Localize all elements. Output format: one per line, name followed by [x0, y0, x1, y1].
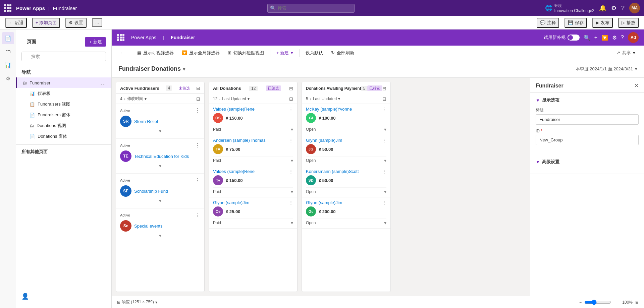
set-default-btn[interactable]: 设为默认 [302, 48, 326, 58]
col-view-icon-active[interactable]: ⊟ [196, 85, 200, 91]
awaiting-name-2[interactable]: Glynn (sample)Jim [306, 138, 342, 143]
awaiting-expand-4[interactable]: ▾ [384, 220, 386, 226]
search-app-icon[interactable]: 🔍 [584, 35, 590, 41]
comment-button[interactable]: 💬 注释 [537, 18, 559, 28]
card-expand-1[interactable]: ▾ [120, 127, 200, 135]
sort-label-active[interactable]: 4 ↓ 修改时间 ▾ [120, 96, 147, 102]
donation-more-4[interactable]: ⋮ [289, 200, 293, 205]
sidebar-search-input[interactable] [21, 52, 106, 61]
right-panel-close-btn[interactable]: ✕ [634, 82, 639, 89]
play-button[interactable]: ▷ 播放 [618, 18, 639, 28]
donation-expand-3[interactable]: ▾ [291, 189, 293, 194]
awaiting-expand-1[interactable]: ▾ [384, 127, 386, 132]
donation-more-1[interactable]: ⋮ [289, 107, 293, 112]
advanced-toggle-icon[interactable]: ▼ [536, 160, 540, 165]
awaiting-more-3[interactable]: ⋮ [382, 169, 386, 174]
back-button[interactable]: ← 后退 [5, 18, 27, 28]
apps-grid-icon[interactable] [4, 4, 11, 12]
show-visual-filter-btn[interactable]: ▦ 显示可视筛选器 [134, 48, 177, 58]
sidebar-item-donations-form[interactable]: 📄 Donations 窗体 [16, 131, 111, 142]
zoom-fit-icon[interactable]: ⊞ [635, 300, 639, 305]
card-more-3[interactable]: ⋮ [195, 177, 200, 183]
donation-name-4[interactable]: Glynn (sample)Jim [213, 200, 249, 205]
display-toggle-icon[interactable]: ▼ [536, 98, 540, 103]
card-link-scholarship[interactable]: Scholarship Fund [134, 189, 168, 194]
search-input[interactable] [267, 4, 355, 13]
donation-more-3[interactable]: ⋮ [289, 169, 293, 174]
card-expand-2[interactable]: ▾ [120, 162, 200, 170]
settings-icon[interactable]: ⚙ [611, 4, 616, 12]
help-icon[interactable]: ? [621, 5, 625, 12]
save-button[interactable]: 💾 保存 [565, 18, 587, 28]
back-nav-btn[interactable]: ← [117, 48, 128, 57]
title-field-input[interactable] [536, 114, 639, 125]
fundraiser-more-icon[interactable]: … [101, 80, 106, 86]
user-avatar[interactable]: MA [629, 3, 640, 13]
sidebar-item-dashboard[interactable]: 📊 仪表板 [16, 88, 111, 99]
awaiting-more-1[interactable]: ⋮ [382, 107, 386, 112]
publish-button[interactable]: ▶ 发布 [592, 18, 613, 28]
data-icon-btn[interactable]: 🗃 [2, 46, 14, 58]
col-layout-icon-awaiting[interactable]: ⊟ [382, 96, 386, 102]
new-record-btn[interactable]: + 新建 ▾ [273, 48, 297, 58]
card-more-4[interactable]: ⋮ [195, 212, 200, 218]
donation-name-2[interactable]: Andersen (sample)Thomas [213, 138, 266, 143]
card-link-storm[interactable]: Storm Relief [134, 119, 158, 124]
id-field-input[interactable] [536, 135, 639, 145]
donation-name-3[interactable]: Valdes (sample)Rene [213, 169, 255, 174]
more-button[interactable]: ... [92, 18, 102, 27]
awaiting-expand-2[interactable]: ▾ [384, 158, 386, 163]
trial-btn[interactable]: 试用新外规 [544, 35, 580, 41]
zoom-slider[interactable] [584, 300, 611, 305]
donation-more-2[interactable]: ⋮ [289, 138, 293, 143]
donation-expand-4[interactable]: ▾ [291, 220, 293, 226]
new-page-button[interactable]: + 新建 [85, 37, 106, 47]
settings-button[interactable]: ⚙ 设置 [65, 18, 87, 28]
awaiting-expand-3[interactable]: ▾ [384, 189, 386, 194]
settings-app-icon[interactable]: ⚙ [612, 35, 617, 41]
card-more-1[interactable]: ⋮ [195, 107, 200, 114]
add-page-button[interactable]: + 添加页面 [32, 18, 60, 28]
card-expand-4[interactable]: ▾ [120, 232, 200, 240]
add-app-icon[interactable]: + [594, 35, 597, 41]
col-view-icon-awaiting[interactable]: ⊟ [382, 86, 386, 91]
refresh-all-btn[interactable]: ↻ 全部刷新 [328, 48, 358, 58]
switch-tile-view-btn[interactable]: ⊞ 切换到磁贴视图 [224, 48, 267, 58]
card-link-special[interactable]: Special events [134, 224, 163, 229]
page-title-chevron[interactable]: ▾ [183, 66, 185, 72]
awaiting-name-3[interactable]: Konersmann (sample)Scott [306, 169, 359, 174]
col-layout-icon-donations[interactable]: ⊟ [289, 96, 293, 102]
sidebar-item-fundraiser[interactable]: 🗂 Fundraiser … [16, 77, 111, 88]
zoom-minus-btn[interactable]: − [579, 300, 582, 305]
help-app-icon[interactable]: ? [621, 35, 624, 41]
col-layout-icon[interactable]: ⊟ [196, 96, 200, 102]
notification-icon[interactable]: 🔔 [599, 4, 606, 12]
share-btn[interactable]: ↗ 共享 ▾ [613, 48, 639, 58]
card-link-tech[interactable]: Technical Education for Kids [134, 154, 189, 159]
resolution-info[interactable]: ⊟ 响应 (1251 × 759) ▾ [117, 299, 157, 305]
awaiting-name-1[interactable]: McKay (sample)Yvonne [306, 107, 352, 112]
filter-app-icon[interactable]: 🔽 [601, 35, 608, 41]
zoom-plus-btn[interactable]: + [614, 300, 616, 305]
donation-expand-1[interactable]: ▾ [291, 127, 293, 132]
trial-toggle[interactable] [568, 35, 580, 41]
awaiting-more-4[interactable]: ⋮ [382, 200, 386, 205]
show-global-filter-btn[interactable]: 🔽 显示全局筛选器 [178, 48, 223, 58]
donation-expand-2[interactable]: ▾ [291, 158, 293, 163]
variables-icon-btn[interactable]: 📊 [2, 59, 14, 71]
card-more-2[interactable]: ⋮ [195, 142, 200, 148]
sidebar-item-fundraisers-form[interactable]: 📄 Fundraisers 窗体 [16, 110, 111, 120]
app-user-avatar[interactable]: Ad [628, 32, 639, 43]
col-view-icon-all[interactable]: ⊟ [289, 86, 293, 91]
automation-icon-btn[interactable]: ⚙ [2, 72, 14, 84]
sidebar-item-fundraisers-view[interactable]: 📋 Fundraisers 视图 [16, 99, 111, 110]
awaiting-name-4[interactable]: Glynn (sample)Jim [306, 200, 342, 205]
pages-icon-btn[interactable]: 📄 [2, 32, 14, 44]
sidebar-item-donations-view[interactable]: 🗂 Donations 视图 [16, 120, 111, 131]
app-grid-icon[interactable] [117, 34, 124, 41]
awaiting-more-2[interactable]: ⋮ [382, 138, 386, 143]
donation-name-1[interactable]: Valdes (sample)Rene [213, 107, 255, 112]
date-range-selector[interactable]: 本季度 2024/1/1 至 2024/3/31 ▾ [576, 66, 637, 72]
sort-label-awaiting[interactable]: 5 ↓ Last Updated ▾ [306, 97, 340, 101]
card-expand-3[interactable]: ▾ [120, 197, 200, 205]
